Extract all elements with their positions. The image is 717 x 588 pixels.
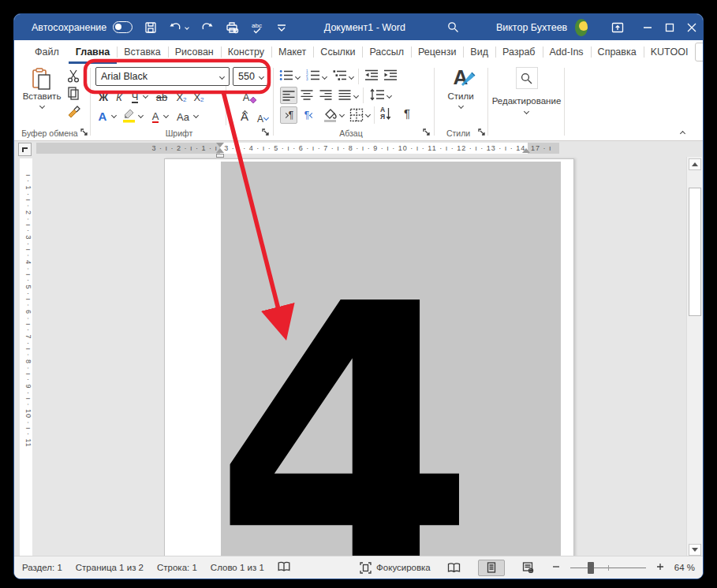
borders-button[interactable]: [349, 108, 364, 125]
shrink-font-button[interactable]: А: [256, 109, 270, 125]
scroll-down-button[interactable]: [689, 544, 701, 556]
tab-help[interactable]: Справка: [591, 40, 644, 64]
text-effects-button[interactable]: А: [95, 107, 110, 123]
superscript-button[interactable]: X2: [191, 87, 207, 103]
sort-button[interactable]: А Я: [380, 106, 392, 121]
scroll-up-button[interactable]: [689, 158, 701, 170]
redo-button[interactable]: [200, 21, 214, 34]
autosave-toggle[interactable]: [113, 21, 132, 33]
undo-button[interactable]: [169, 21, 189, 34]
borders-chevron[interactable]: [365, 112, 371, 117]
align-center-button[interactable]: [301, 90, 313, 102]
bullets-button[interactable]: [279, 69, 293, 84]
increase-indent-button[interactable]: [383, 69, 398, 84]
font-color-button[interactable]: А: [148, 107, 162, 123]
first-line-indent-marker[interactable]: [216, 143, 224, 147]
line-spacing-chevron[interactable]: [387, 93, 392, 99]
share-button[interactable]: Поделиться: [695, 43, 704, 61]
styles-button[interactable]: А Стили: [440, 67, 481, 124]
tab-view[interactable]: Вид: [463, 40, 495, 64]
text-effects-chevron[interactable]: [111, 113, 117, 118]
zoom-slider-thumb[interactable]: [588, 562, 594, 574]
multilevel-chevron[interactable]: [349, 74, 354, 80]
minimize-button[interactable]: [637, 14, 659, 40]
right-to-left-button[interactable]: ¶: [301, 106, 318, 124]
grow-font-button[interactable]: А: [237, 107, 252, 123]
clipboard-dialog-launcher[interactable]: [80, 128, 88, 136]
status-words[interactable]: Слово 1 из 1: [211, 563, 264, 572]
shading-button[interactable]: [323, 107, 338, 125]
line-spacing-button[interactable]: [369, 88, 385, 103]
tab-insert[interactable]: Вставка: [117, 40, 167, 64]
proofing-status-button[interactable]: [278, 561, 290, 574]
justify-button[interactable]: [338, 90, 351, 102]
copy-button[interactable]: [66, 86, 80, 102]
horizontal-ruler[interactable]: 3 · ı · 2 · ı · 1 · ı ı · 1 · ı · 2 · ı …: [36, 143, 559, 154]
web-layout-button[interactable]: [515, 560, 542, 576]
status-line[interactable]: Строка: 1: [157, 563, 197, 572]
tab-references[interactable]: Ссылки: [313, 40, 362, 64]
user-name[interactable]: Виктор Бухтеев: [496, 22, 567, 33]
format-painter-button[interactable]: [66, 104, 82, 122]
underline-chevron[interactable]: [143, 93, 148, 99]
right-indent-marker[interactable]: [522, 148, 530, 153]
left-to-right-button[interactable]: ¶: [280, 106, 297, 124]
paragraph-dialog-launcher[interactable]: [423, 128, 430, 136]
document-page[interactable]: 4: [164, 158, 574, 557]
editing-button[interactable]: Редактирование: [489, 67, 564, 114]
hanging-indent-marker[interactable]: [216, 148, 224, 153]
font-dialog-launcher[interactable]: [262, 128, 269, 136]
font-color-chevron[interactable]: [163, 113, 169, 118]
strikethrough-button[interactable]: ab: [153, 87, 170, 103]
focus-mode-button[interactable]: Фокусировка: [360, 562, 431, 574]
tab-kutools[interactable]: KUTOOI: [644, 40, 696, 64]
underline-button[interactable]: Ч: [128, 87, 142, 103]
read-mode-button[interactable]: [441, 560, 468, 576]
zoom-in-button[interactable]: [656, 563, 664, 572]
shading-chevron[interactable]: [339, 112, 345, 117]
font-name-combobox[interactable]: Arial Black: [95, 67, 230, 86]
tab-addins[interactable]: Add-Ins: [543, 40, 591, 64]
multilevel-list-button[interactable]: [333, 69, 347, 84]
numbering-button[interactable]: 1 2 3: [306, 69, 320, 84]
zoom-slider[interactable]: [570, 561, 646, 574]
highlight-chevron[interactable]: [138, 113, 144, 118]
print-preview-button[interactable]: [226, 21, 239, 34]
customize-qat-button[interactable]: [277, 23, 286, 32]
align-left-button[interactable]: [280, 87, 297, 104]
show-formatting-button[interactable]: ¶: [404, 106, 410, 120]
scrollbar-thumb[interactable]: [689, 188, 701, 316]
subscript-button[interactable]: X2: [174, 87, 189, 103]
tab-file[interactable]: Файл: [25, 40, 69, 64]
bold-button[interactable]: Ж: [96, 87, 110, 103]
print-layout-button[interactable]: [478, 560, 505, 576]
ribbon-display-options-button[interactable]: [611, 22, 624, 33]
clear-formatting-button[interactable]: А: [240, 87, 260, 103]
tab-mailings[interactable]: Рассыл: [362, 40, 411, 64]
change-case-chevron[interactable]: [193, 113, 199, 118]
paste-button[interactable]: Вставить: [21, 68, 63, 126]
bullets-chevron[interactable]: [295, 74, 301, 80]
save-button[interactable]: [144, 21, 157, 34]
status-page[interactable]: Страница 1 из 2: [76, 563, 144, 572]
styles-dialog-launcher[interactable]: [478, 128, 485, 136]
tab-design[interactable]: Констру: [221, 40, 271, 64]
zoom-percentage[interactable]: 64 %: [674, 563, 695, 572]
tab-developer[interactable]: Разраб: [495, 40, 543, 64]
vertical-ruler[interactable]: ı · 1 · ı · 2 · ı · 3 · ı · 4 · ı · 5 · …: [20, 158, 32, 557]
tab-stop-selector[interactable]: [18, 143, 32, 156]
collapse-ribbon-chevron[interactable]: [680, 131, 685, 136]
maximize-button[interactable]: [659, 14, 681, 40]
avatar[interactable]: [575, 19, 587, 36]
zoom-out-button[interactable]: [552, 563, 560, 572]
highlight-color-button[interactable]: [121, 107, 137, 125]
change-case-button[interactable]: Аа: [174, 107, 192, 123]
close-button[interactable]: [681, 14, 703, 40]
tab-review[interactable]: Рецензи: [411, 40, 463, 64]
align-right-button[interactable]: [319, 90, 332, 102]
tab-layout[interactable]: Макет: [271, 40, 313, 64]
font-size-combobox[interactable]: 550: [233, 67, 269, 86]
justify-chevron[interactable]: [353, 93, 359, 99]
vertical-scrollbar[interactable]: [686, 157, 702, 557]
cut-button[interactable]: [66, 69, 80, 85]
